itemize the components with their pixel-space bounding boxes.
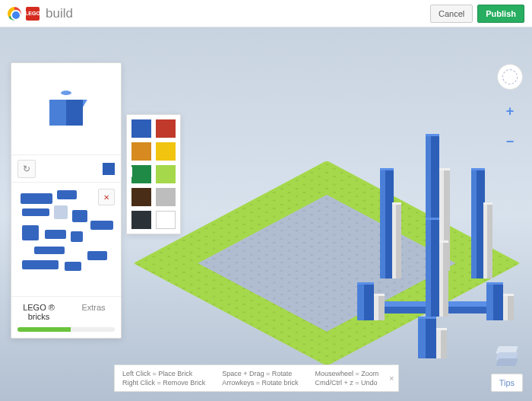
orbit-compass-button[interactable] [497, 64, 523, 90]
brick-shape-option[interactable] [22, 225, 39, 240]
color-swatch-orange[interactable] [131, 142, 151, 161]
chrome-logo-icon [8, 7, 21, 21]
build-canvas[interactable]: ↻ ✕ LEGO ® bricks Extras [0, 27, 532, 401]
brick-structure [418, 317, 436, 358]
help-text: Mousewheel = Zoom [315, 370, 379, 377]
color-swatch-blue[interactable] [131, 119, 151, 138]
help-text: Right Click = Remove Brick [122, 379, 205, 387]
zoom-in-button[interactable]: + [501, 102, 519, 120]
brick-budget-fill [17, 327, 71, 332]
brick-structure [439, 240, 448, 317]
help-text: Space + Drag = Rotate [222, 370, 298, 377]
brick-budget-bar [17, 327, 115, 332]
color-picker-flyout [126, 114, 181, 234]
color-swatch-white[interactable] [156, 211, 176, 229]
color-swatch-green[interactable] [131, 165, 151, 183]
help-text: Left Click = Place Brick [122, 370, 205, 377]
rotate-toolbar: ↻ [11, 154, 121, 182]
brick-structure [486, 282, 503, 320]
brick-structure [374, 294, 385, 320]
publish-button[interactable]: Publish [477, 5, 524, 23]
selected-brick-icon [49, 92, 83, 126]
brick-shape-option[interactable] [87, 251, 107, 260]
brick-shape-option[interactable] [65, 262, 81, 271]
color-swatch-brown[interactable] [131, 188, 151, 206]
brick-structure [503, 294, 514, 320]
baseplate-outer [133, 161, 520, 366]
brick-shape-option[interactable] [22, 260, 59, 269]
brick-structure [436, 328, 447, 358]
app-title: build [46, 6, 73, 21]
tips-button[interactable]: Tips [491, 374, 523, 392]
color-swatch-black[interactable] [131, 211, 151, 229]
3d-scene [152, 81, 517, 385]
zoom-out-button[interactable]: − [501, 132, 519, 151]
brick-shape-option[interactable] [71, 231, 83, 242]
controls-help-bar: Left Click = Place Brick Space + Drag = … [114, 364, 399, 392]
bottom-right-controls: Tips [491, 345, 523, 392]
help-text: Arrowkeys = Rotate brick [222, 379, 298, 387]
rotate-icon: ↻ [23, 164, 30, 174]
current-color-swatch[interactable] [103, 163, 115, 175]
app-header: LEGO build Cancel Publish [0, 0, 532, 27]
layers-icon[interactable] [496, 345, 518, 368]
brick-structure [483, 202, 492, 278]
brick-structure [392, 202, 401, 278]
brick-shape-option[interactable] [90, 221, 113, 230]
tab-extras[interactable]: Extras [66, 297, 121, 327]
brick-shape-option[interactable] [57, 190, 77, 199]
brick-structure [357, 282, 374, 320]
brick-picker-panel: ↻ ✕ LEGO ® bricks Extras [11, 62, 122, 339]
color-swatch-lime[interactable] [156, 165, 176, 183]
tab-lego-bricks[interactable]: LEGO ® bricks [11, 297, 66, 327]
brick-shape-option[interactable] [45, 230, 66, 239]
rotate-brick-button[interactable]: ↻ [17, 160, 36, 178]
view-controls: + − [497, 64, 523, 151]
lego-logo-icon: LEGO [26, 7, 40, 21]
delete-brick-button[interactable]: ✕ [98, 189, 115, 205]
brick-shape-option[interactable] [21, 193, 52, 204]
close-icon: ✕ [103, 193, 109, 202]
cancel-button[interactable]: Cancel [430, 5, 473, 23]
color-swatch-red[interactable] [156, 119, 176, 138]
help-text: Cmd/Ctrl + z = Undo [315, 379, 379, 387]
color-swatch-grey[interactable] [156, 188, 176, 206]
help-close-button[interactable]: × [389, 374, 394, 383]
brick-shape-option[interactable] [72, 210, 87, 222]
brick-shape-palette: ✕ [11, 182, 121, 296]
panel-tabs: LEGO ® bricks Extras [11, 296, 121, 327]
color-swatch-yellow[interactable] [156, 142, 176, 161]
brick-structure [426, 218, 439, 317]
brick-preview [11, 63, 121, 154]
brick-shape-option[interactable] [54, 205, 68, 219]
brick-shape-option[interactable] [34, 247, 65, 254]
brick-shape-option[interactable] [22, 208, 49, 216]
